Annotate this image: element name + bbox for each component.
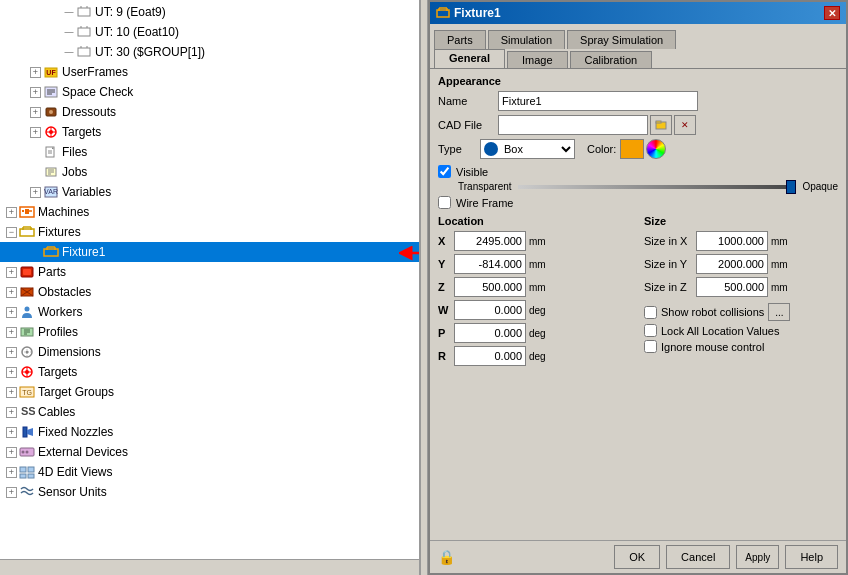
color-wheel-button[interactable] xyxy=(646,139,666,159)
tab-spray-simulation[interactable]: Spray Simulation xyxy=(567,30,676,49)
show-robot-more-btn[interactable]: ... xyxy=(768,303,790,321)
svg-point-65 xyxy=(22,451,25,454)
expander-externaldevices[interactable]: + xyxy=(6,447,17,458)
size-z-input[interactable] xyxy=(696,277,768,297)
tree-item-4deditviews[interactable]: + 4D Edit Views xyxy=(0,462,419,482)
tree-item-jobs[interactable]: Jobs xyxy=(0,162,419,182)
cancel-button[interactable]: Cancel xyxy=(666,545,730,569)
tree-item-targets-sub[interactable]: + Targets xyxy=(0,122,419,142)
expander-4deditviews[interactable]: + xyxy=(6,467,17,478)
expander-userframes[interactable]: + xyxy=(30,67,41,78)
expander-variables[interactable]: + xyxy=(30,187,41,198)
label-jobs: Jobs xyxy=(62,165,87,179)
icon-targets-main xyxy=(19,364,35,380)
apply-button[interactable]: Apply xyxy=(736,545,779,569)
loc-p-input[interactable] xyxy=(454,323,526,343)
label-userframes: UserFrames xyxy=(62,65,128,79)
expander-targetgroups[interactable]: + xyxy=(6,387,17,398)
name-input[interactable] xyxy=(498,91,698,111)
tree-item-dressouts[interactable]: + Dressouts xyxy=(0,102,419,122)
expander-fixtures[interactable]: − xyxy=(6,227,17,238)
dialog-titlebar: Fixture1 ✕ xyxy=(430,2,846,24)
tree-item-ut10[interactable]: — UT: 10 (Eoat10) xyxy=(0,22,419,42)
tree-item-parts[interactable]: + Parts xyxy=(0,262,419,282)
expander-parts[interactable]: + xyxy=(6,267,17,278)
expander-sensorunits[interactable]: + xyxy=(6,487,17,498)
visible-checkbox[interactable] xyxy=(438,165,451,178)
tree-item-sensorunits[interactable]: + Sensor Units xyxy=(0,482,419,502)
ok-button[interactable]: OK xyxy=(614,545,660,569)
tree-item-machines[interactable]: + Machines xyxy=(0,202,419,222)
tab-parts[interactable]: Parts xyxy=(434,30,486,49)
expander-targets-main[interactable]: + xyxy=(6,367,17,378)
tree-item-targets-main[interactable]: + Targets xyxy=(0,362,419,382)
tab-simulation[interactable]: Simulation xyxy=(488,30,565,49)
icon-ut9 xyxy=(76,4,92,20)
cad-file-input[interactable] xyxy=(498,115,648,135)
loc-z-input[interactable] xyxy=(454,277,526,297)
loc-y-input[interactable] xyxy=(454,254,526,274)
tree-item-profiles[interactable]: + Profiles xyxy=(0,322,419,342)
expander-fixednozzles[interactable]: + xyxy=(6,427,17,438)
icon-externaldevices xyxy=(19,444,35,460)
tree-item-variables[interactable]: + VAR Variables xyxy=(0,182,419,202)
color-swatch[interactable] xyxy=(620,139,644,159)
svg-text:UF: UF xyxy=(46,69,56,76)
type-label: Type xyxy=(438,143,480,155)
help-button[interactable]: Help xyxy=(785,545,838,569)
loc-r-input[interactable] xyxy=(454,346,526,366)
show-robot-checkbox[interactable] xyxy=(644,306,657,319)
visible-label: Visible xyxy=(456,166,488,178)
size-x-unit: mm xyxy=(771,236,788,247)
tree-item-dimensions[interactable]: + Dimensions xyxy=(0,342,419,362)
wireframe-checkbox[interactable] xyxy=(438,196,451,209)
tree-item-ut30[interactable]: — UT: 30 ($GROUP[1]) xyxy=(0,42,419,62)
tree-item-files[interactable]: Files xyxy=(0,142,419,162)
tree-scrollbar-horizontal[interactable] xyxy=(0,559,419,575)
cad-clear-btn[interactable]: ✕ xyxy=(674,115,696,135)
loc-x-input[interactable] xyxy=(454,231,526,251)
tree-item-targetgroups[interactable]: + TG Target Groups xyxy=(0,382,419,402)
tree-item-cables[interactable]: + SS Cables xyxy=(0,402,419,422)
tree-item-fixture1[interactable]: Fixture1 xyxy=(0,242,419,262)
tree-container[interactable]: — UT: 9 (Eoat9) — UT: 10 (Eoat10) — UT: … xyxy=(0,0,419,559)
tree-item-userframes[interactable]: + UF UserFrames xyxy=(0,62,419,82)
tree-item-ut9[interactable]: — UT: 9 (Eoat9) xyxy=(0,2,419,22)
svg-rect-32 xyxy=(20,229,34,236)
tree-item-externaldevices[interactable]: + External Devices xyxy=(0,442,419,462)
cad-browse-btn[interactable] xyxy=(650,115,672,135)
expander-workers[interactable]: + xyxy=(6,307,17,318)
expander-spacecheck[interactable]: + xyxy=(30,87,41,98)
ignore-mouse-checkbox[interactable] xyxy=(644,340,657,353)
tree-item-spacecheck[interactable]: + Space Check xyxy=(0,82,419,102)
svg-marker-63 xyxy=(27,428,33,436)
loc-r-label: R xyxy=(438,350,454,362)
size-x-input[interactable] xyxy=(696,231,768,251)
expander-machines[interactable]: + xyxy=(6,207,17,218)
name-row: Name xyxy=(438,91,838,111)
size-y-input[interactable] xyxy=(696,254,768,274)
tree-item-fixednozzles[interactable]: + Fixed Nozzles xyxy=(0,422,419,442)
subtab-general[interactable]: General xyxy=(434,49,505,68)
subtab-calibration[interactable]: Calibration xyxy=(570,51,653,68)
type-icon-circle xyxy=(484,142,498,156)
expander-dimensions[interactable]: + xyxy=(6,347,17,358)
dialog-subtabs: General Image Calibration xyxy=(430,49,846,69)
expander-dressouts[interactable]: + xyxy=(30,107,41,118)
tree-item-obstacles[interactable]: + Obstacles xyxy=(0,282,419,302)
expander-targets-sub[interactable]: + xyxy=(30,127,41,138)
type-select[interactable]: Box xyxy=(498,140,574,158)
splitter[interactable] xyxy=(420,0,428,575)
expander-profiles[interactable]: + xyxy=(6,327,17,338)
loc-y-label: Y xyxy=(438,258,454,270)
tree-item-fixtures[interactable]: − Fixtures xyxy=(0,222,419,242)
loc-w-input[interactable] xyxy=(454,300,526,320)
expander-cables[interactable]: + xyxy=(6,407,17,418)
transparency-thumb[interactable] xyxy=(786,180,796,194)
tree-item-workers[interactable]: + Workers xyxy=(0,302,419,322)
subtab-image[interactable]: Image xyxy=(507,51,568,68)
dialog-close-button[interactable]: ✕ xyxy=(824,6,840,20)
type-color-row: Type Box Color: xyxy=(438,139,838,159)
expander-obstacles[interactable]: + xyxy=(6,287,17,298)
lock-location-checkbox[interactable] xyxy=(644,324,657,337)
